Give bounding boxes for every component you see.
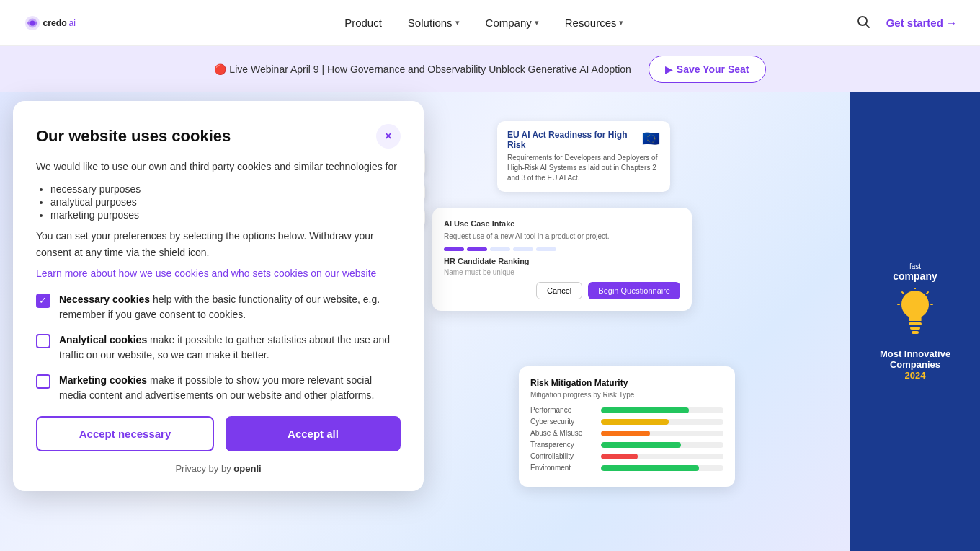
navbar: credo ai Product Solutions ▾ Company ▾ R… [0,0,980,46]
nav-product[interactable]: Product [334,11,392,35]
search-button[interactable] [852,10,875,35]
nav-solutions[interactable]: Solutions ▾ [398,11,470,35]
svg-line-7 [865,25,869,28]
nav-resources[interactable]: Resources ▾ [555,11,634,35]
chevron-down-icon: ▾ [455,18,460,27]
svg-text:credo: credo [43,18,67,28]
save-seat-button[interactable]: ▶ Save Your Seat [649,56,766,83]
nav-company[interactable]: Company ▾ [476,11,549,35]
nav-links: Product Solutions ▾ Company ▾ Resources … [334,11,633,35]
chevron-down-icon: ▾ [535,18,539,27]
chevron-down-icon: ▾ [619,18,623,27]
play-icon: ▶ [665,64,672,75]
webinar-banner: 🔴 Live Webinar April 9 | How Governance … [0,46,980,92]
svg-rect-3 [27,22,37,24]
logo[interactable]: credo ai [23,10,117,36]
get-started-button[interactable]: Get started → [886,17,957,29]
svg-text:ai: ai [69,18,76,28]
banner-text: 🔴 Live Webinar April 9 | How Governance … [214,63,631,75]
nav-right: Get started → [852,10,957,35]
